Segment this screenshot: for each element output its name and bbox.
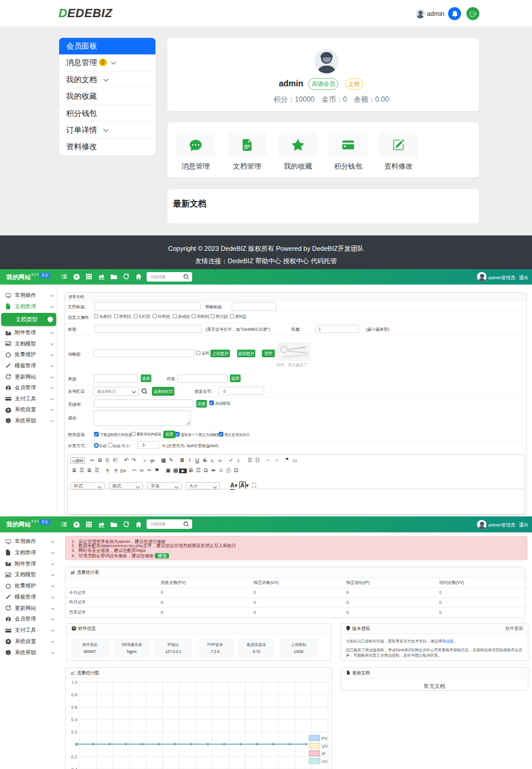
svg-text:-0.4: -0.4 [70, 767, 77, 769]
svg-text:UV: UV [322, 744, 327, 749]
svg-text:0.6: 0.6 [72, 705, 77, 710]
svg-text:0.2: 0.2 [72, 729, 77, 735]
svg-text:IP: IP [322, 751, 326, 757]
svg-text:VV: VV [322, 759, 327, 764]
svg-text:1.0: 1.0 [72, 680, 77, 685]
svg-text:0.8: 0.8 [72, 692, 77, 697]
svg-text:-0.2: -0.2 [70, 754, 77, 760]
svg-text:PV: PV [322, 736, 327, 741]
svg-text:0.4: 0.4 [72, 717, 77, 722]
